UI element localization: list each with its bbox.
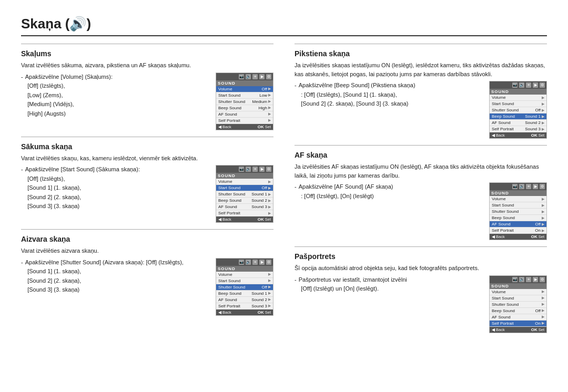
- menu-row-label: Start Sound: [218, 185, 240, 190]
- menu-footer: ◀ BackOK Set: [490, 132, 546, 138]
- menu-row-value: High: [259, 106, 267, 110]
- section-description: Varat izvēlēties aizvara skaņu.: [21, 246, 273, 255]
- menu-row-label: Beep Sound: [492, 308, 515, 313]
- menu-row-arrow: ▶: [268, 192, 271, 197]
- section-pasportrets: PašportretsŠī opcija automātiski atrod o…: [295, 246, 547, 338]
- menu-row-value: Off: [535, 308, 541, 313]
- menu-row: Shutter SoundMedium▶: [216, 99, 273, 105]
- menu-row-arrow: ▶: [542, 102, 544, 106]
- section-heading: Pašportrets: [295, 252, 547, 261]
- bullet-line: [Sound 2] (2. skaņa),: [21, 194, 81, 200]
- menu-footer: ◀ BackOK Set: [490, 234, 546, 240]
- menu-footer: ◀ BackOK Set: [216, 124, 273, 130]
- menu-row: Beep SoundHigh▶: [216, 105, 273, 111]
- menu-row: Beep Sound▶: [490, 215, 546, 221]
- menu-row-label: Beep Sound: [218, 198, 241, 203]
- bullet-line: -Apakšizvēlne [Volume] (Skaļums):: [21, 74, 113, 80]
- menu-row-label: AF Sound: [218, 112, 237, 117]
- camera-icon: ⚙: [540, 277, 545, 282]
- camera-icon: 🔊: [246, 260, 251, 265]
- bullet-line: -Apakšizvēlne [Shutter Sound] (Aizvara s…: [21, 259, 184, 265]
- menu-row-label: Start Sound: [492, 203, 514, 208]
- section-description: Ja izvēlēsities skaņas iestatījumu ON (I…: [295, 61, 547, 78]
- menu-row: VolumeOff▶: [216, 86, 273, 92]
- menu-icon-bar: 📷🔊≡▶⚙: [490, 276, 546, 283]
- menu-row: Shutter SoundSound 1▶: [216, 191, 273, 198]
- camera-icon: ≡: [252, 74, 258, 79]
- menu-row-arrow: ▶: [268, 180, 271, 184]
- menu-row-arrow: ▶: [542, 296, 544, 300]
- menu-row-label: Volume: [492, 290, 506, 294]
- menu-row-value: Sound 2: [525, 120, 541, 125]
- camera-menu-screenshot: 📷🔊≡▶⚙SOUNDVolume▶Start Sound▶Shutter Sou…: [489, 182, 547, 240]
- bullet-block: -Apakšizvēlne [AF Sound] (AF skaņa) : [O…: [295, 182, 547, 240]
- menu-row-arrow: ▶: [268, 297, 271, 302]
- bullet-text: -Apakšizvēlne [Start Sound] (Sākuma skaņ…: [21, 165, 210, 211]
- camera-menu-screenshot: 📷🔊≡▶⚙SOUNDVolumeOff▶Start SoundLow▶Shutt…: [216, 73, 273, 130]
- menu-header: SOUND: [490, 283, 546, 289]
- menu-footer-ok: OK Set: [531, 133, 544, 138]
- bullet-line: [Off] (Izslēgts),: [21, 82, 65, 89]
- menu-row-arrow: ▶: [268, 112, 271, 116]
- menu-row-arrow: ▶: [542, 315, 544, 319]
- menu-row-label: Self Portrait: [492, 321, 514, 326]
- menu-row: Self PortraitSound 3▶: [216, 303, 273, 310]
- section-heading: Skaļums: [21, 49, 273, 58]
- menu-row-label: Self Portrait: [492, 228, 514, 233]
- menu-row-arrow: ▶: [542, 121, 544, 125]
- bullet-block: -Apakšizvēlne [Beep Sound] (Pikstiena sk…: [295, 81, 547, 139]
- menu-row: Start Sound▶: [490, 101, 546, 107]
- menu-row-label: Volume: [492, 95, 506, 100]
- menu-row-arrow: ▶: [268, 87, 271, 91]
- menu-footer-ok: OK Set: [258, 217, 271, 222]
- menu-row-label: Start Sound: [492, 296, 514, 301]
- camera-icon: ≡: [526, 184, 531, 189]
- menu-row-value: Off: [535, 108, 541, 112]
- menu-row: Start SoundOff▶: [216, 185, 273, 191]
- menu-row-arrow: ▶: [542, 290, 544, 294]
- section-pikstiena-skana: Pikstiena skaņaJa izvēlēsities skaņas ie…: [295, 44, 547, 144]
- menu-row: Volume▶: [490, 196, 546, 202]
- bullet-line: [Off] (Izslēgt) un [On] (Ieslēgt).: [295, 285, 379, 292]
- menu-row: Start Sound▶: [490, 202, 546, 209]
- menu-row-value: On: [535, 228, 541, 233]
- menu-row-label: AF Sound: [218, 297, 237, 302]
- menu-footer-ok: OK Set: [258, 125, 271, 129]
- camera-icon: 🔊: [246, 74, 251, 79]
- menu-icon-bar: 📷🔊≡▶⚙: [490, 81, 546, 89]
- camera-icon: 🔊: [246, 167, 251, 172]
- section-description: Varat izvēlēties skaņu, kas, kameru iesl…: [21, 154, 273, 163]
- menu-row-value: Off: [261, 87, 267, 91]
- camera-icon: 📷: [512, 82, 518, 88]
- menu-row: Self PortraitOn▶: [490, 228, 546, 234]
- section-description: Ja izvēlēsities AF skaņas iestatījumu ON…: [295, 162, 547, 180]
- camera-icon: ⚙: [540, 82, 545, 88]
- menu-row-label: Volume: [218, 87, 232, 91]
- menu-footer: ◀ BackOK Set: [216, 310, 273, 315]
- right-column: Pikstiena skaņaJa izvēlēsities skaņas ie…: [295, 44, 547, 339]
- menu-row-label: Shutter Sound: [492, 209, 519, 214]
- menu-row-label: Start Sound: [492, 101, 514, 106]
- menu-row: Self Portrait▶: [216, 210, 273, 216]
- menu-row: Start Sound▶: [216, 278, 273, 284]
- menu-row-label: Shutter Sound: [492, 108, 519, 112]
- menu-row: Start SoundLow▶: [216, 92, 273, 99]
- bullet-text: -Apakšizvēlne [Beep Sound] (Pikstiena sk…: [295, 81, 484, 109]
- camera-icon: ⚙: [266, 74, 271, 79]
- bullet-block: -Pašportretus var iestatīt, izmantojot i…: [295, 275, 547, 333]
- camera-icon: ▶: [259, 167, 265, 172]
- camera-icon: 📷: [239, 74, 244, 79]
- camera-icon: ≡: [252, 260, 258, 265]
- menu-footer-back: ◀ Back: [492, 327, 505, 332]
- section-heading: AF skaņa: [295, 151, 547, 159]
- menu-row-value: Off: [261, 185, 267, 190]
- menu-icon-bar: 📷🔊≡▶⚙: [490, 183, 546, 190]
- menu-icon-bar: 📷🔊≡▶⚙: [216, 166, 273, 173]
- menu-row: AF SoundSound 2▶: [490, 120, 546, 126]
- menu-footer-back: ◀ Back: [492, 133, 505, 138]
- menu-header: SOUND: [216, 173, 273, 179]
- camera-icon: ≡: [252, 167, 258, 172]
- two-column-layout: SkaļumsVarat izvēlēties sākuma, aizvara,…: [21, 44, 547, 339]
- menu-row-label: Beep Sound: [492, 215, 515, 220]
- bullet-line: : [Off] (Izslēgt), [On] (Ieslēgt): [295, 193, 374, 199]
